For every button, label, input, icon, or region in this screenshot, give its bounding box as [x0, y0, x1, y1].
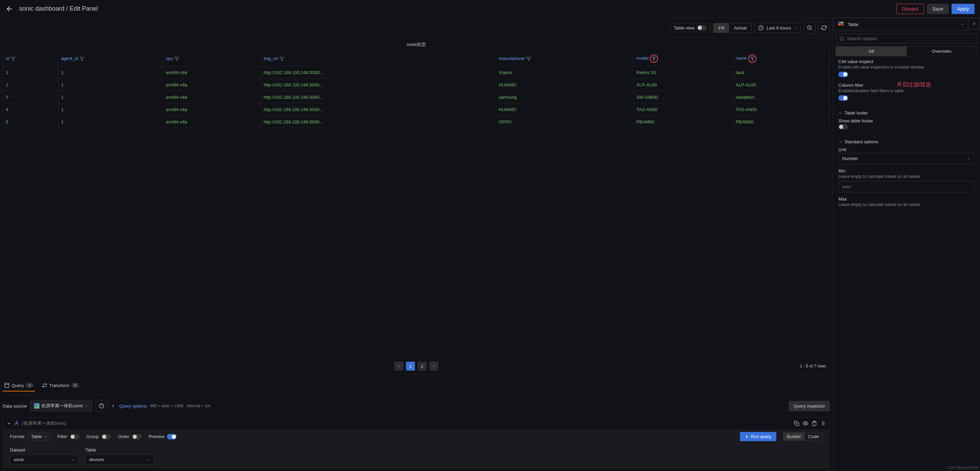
- trash-icon[interactable]: [811, 421, 817, 426]
- datasource-help-button[interactable]: [95, 400, 107, 412]
- query-inspector-button[interactable]: Query inspector: [789, 401, 830, 411]
- show-footer-switch[interactable]: [838, 124, 848, 130]
- column-header-agent_id[interactable]: agent_id: [58, 51, 163, 67]
- chevron-down-icon[interactable]: [6, 421, 11, 426]
- unit-value: Number: [842, 156, 858, 161]
- data-source-select[interactable]: 机房苹果一体机sonic: [30, 400, 92, 411]
- table-value: devices: [89, 457, 104, 462]
- options-tab-overrides[interactable]: Overrides: [907, 47, 977, 56]
- next-page-button[interactable]: [429, 362, 438, 371]
- column-header-model[interactable]: model: [634, 51, 733, 67]
- filter-icon[interactable]: [650, 54, 658, 63]
- code-button[interactable]: Code: [805, 433, 822, 441]
- standard-options-section[interactable]: Standard options: [838, 137, 975, 147]
- eye-icon[interactable]: [803, 421, 808, 426]
- dataset-select[interactable]: sonic: [10, 455, 78, 465]
- actual-button[interactable]: Actual: [729, 23, 751, 33]
- dataset-label: Dataset: [10, 447, 78, 452]
- table-row[interactable]: 11arm64-v8ahttp://192.168.100.248:3000..…: [3, 67, 829, 79]
- refresh-button[interactable]: [818, 22, 830, 33]
- svg-point-9: [824, 423, 824, 423]
- copy-icon[interactable]: [794, 421, 799, 426]
- zoom-out-button[interactable]: [804, 22, 815, 33]
- show-footer-label: Show table footer: [838, 118, 975, 123]
- search-icon: [839, 37, 844, 41]
- max-label: Max: [838, 196, 975, 202]
- filter-icon[interactable]: [80, 57, 84, 61]
- save-button[interactable]: Save: [927, 4, 949, 14]
- search-options-field[interactable]: [847, 36, 974, 41]
- data-source-label: Data source: [3, 403, 27, 409]
- cell-name: ALP-AL00: [733, 79, 829, 91]
- column-header-id[interactable]: id: [3, 51, 58, 67]
- cell-id: 6: [3, 116, 58, 128]
- tab-transform[interactable]: Transform 0: [40, 380, 81, 391]
- filter-icon[interactable]: [175, 57, 179, 61]
- format-select[interactable]: Table: [28, 432, 50, 441]
- watermark: CSDN @liyinchi1988: [946, 466, 978, 469]
- fill-button[interactable]: Fill: [714, 23, 729, 33]
- cell-manufacturer: OPPO: [496, 116, 634, 128]
- table-row[interactable]: 31arm64-v8ahttp://192.168.100.248:3000..…: [3, 91, 829, 103]
- chevron-right-icon[interactable]: [111, 403, 116, 408]
- filter-switch[interactable]: [70, 434, 80, 439]
- drag-icon[interactable]: [821, 421, 826, 426]
- page-2-button[interactable]: 2: [418, 362, 426, 371]
- page-1-button[interactable]: 1: [406, 362, 415, 371]
- cell-inspect-switch[interactable]: [838, 72, 848, 77]
- column-header-cpu[interactable]: cpu: [163, 51, 261, 67]
- back-arrow-icon[interactable]: [5, 5, 14, 13]
- cell-agent_id: 1: [58, 91, 163, 103]
- column-header-name[interactable]: name: [733, 51, 829, 67]
- table-view-toggle[interactable]: Table view: [670, 23, 711, 32]
- tab-query[interactable]: Query 1: [3, 380, 35, 391]
- cell-id: 1: [3, 67, 58, 79]
- filter-icon[interactable]: [527, 57, 531, 61]
- svg-rect-12: [838, 22, 840, 24]
- svg-rect-14: [842, 22, 843, 24]
- svg-rect-15: [838, 24, 840, 25]
- order-switch[interactable]: [132, 434, 142, 439]
- column-filter-switch[interactable]: [838, 95, 848, 101]
- query-meta-interval: Interval = 1m: [186, 403, 210, 408]
- column-header-img_url[interactable]: img_url: [261, 51, 496, 67]
- column-filter-desc: Enables/disables field filters in table: [838, 88, 975, 93]
- cell-agent_id: 1: [58, 116, 163, 128]
- cell-model: TAS-AN00: [634, 103, 733, 116]
- filter-icon[interactable]: [11, 57, 16, 61]
- min-input[interactable]: [838, 181, 975, 192]
- table-footer-section[interactable]: Table footer: [838, 108, 975, 118]
- chevron-down-icon: [838, 111, 843, 115]
- table-row[interactable]: 21arm64-v8ahttp://192.168.100.248:3000..…: [3, 79, 829, 91]
- filter-icon[interactable]: [280, 57, 284, 61]
- options-tab-all[interactable]: All: [836, 47, 907, 56]
- discard-button[interactable]: Discard: [896, 4, 924, 14]
- cell-model: ALP-AL00: [634, 79, 733, 91]
- search-options-input[interactable]: [836, 33, 977, 43]
- viz-expand-button[interactable]: [968, 18, 980, 29]
- column-header-manufacturer[interactable]: manufacturer: [496, 51, 634, 67]
- cell-cpu: arm64-v8a: [163, 91, 261, 103]
- svg-rect-13: [840, 22, 842, 24]
- preview-switch[interactable]: [167, 434, 177, 439]
- apply-button[interactable]: Apply: [951, 4, 975, 14]
- prev-page-button[interactable]: [395, 362, 403, 371]
- builder-button[interactable]: Builder: [784, 433, 805, 441]
- dataset-value: sonic: [14, 457, 24, 462]
- run-query-button[interactable]: Run query: [740, 432, 776, 441]
- table-row[interactable]: 61arm64-v8ahttp://192.168.100.248:3000..…: [3, 116, 829, 128]
- table-select[interactable]: devices: [85, 455, 154, 465]
- query-options-link[interactable]: Query options: [119, 403, 147, 409]
- preview-label: Preview: [148, 434, 164, 439]
- table-view-switch[interactable]: [697, 25, 707, 30]
- group-switch[interactable]: [102, 434, 111, 439]
- unit-select[interactable]: Number: [838, 153, 975, 164]
- query-letter[interactable]: A: [15, 420, 19, 426]
- visualization-picker[interactable]: Table: [833, 18, 968, 31]
- filter-icon[interactable]: [748, 54, 756, 63]
- svg-point-6: [822, 422, 822, 422]
- query-meta-md: MD = auto = 1008: [150, 403, 183, 408]
- cell-model: SM-G9600: [634, 91, 733, 103]
- time-range-picker[interactable]: Last 6 hours: [754, 22, 801, 33]
- table-row[interactable]: 41arm64-v8ahttp://192.168.100.248:3000..…: [3, 103, 829, 116]
